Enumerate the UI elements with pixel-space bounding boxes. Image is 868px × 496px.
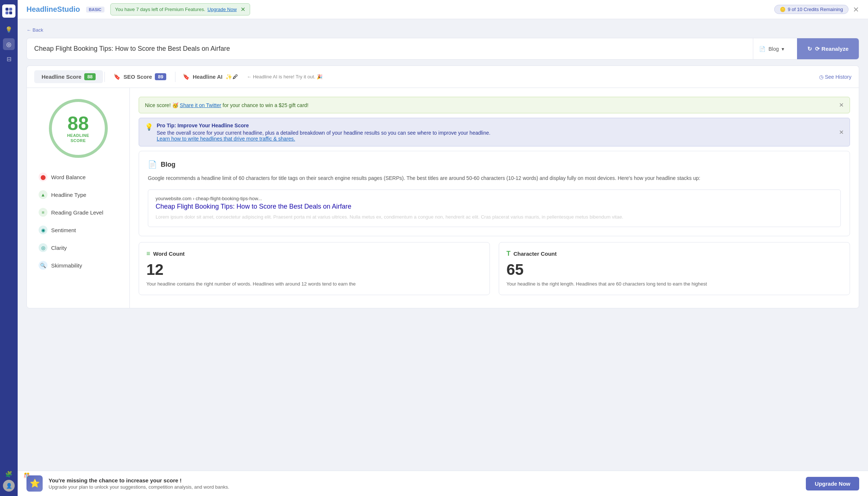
ai-wand-icon: ✨🖊 — [225, 74, 238, 80]
see-history-button[interactable]: ◷ See History — [819, 74, 851, 80]
pro-tip-content: 💡 Pro Tip: Improve Your Headline Score S… — [145, 123, 835, 142]
reanalyze-button[interactable]: ↻ ⟳ Reanalyze — [797, 38, 859, 59]
char-count-title: Character Count — [513, 251, 557, 257]
score-notif-close-button[interactable]: ✕ — [839, 102, 844, 109]
content-area: ← Back 📄 Blog ▾ ↻ ⟳ Reanalyze Headline S… — [18, 19, 868, 496]
score-label: HEADLINESCORE — [67, 133, 89, 144]
svg-rect-1 — [9, 8, 12, 11]
metric-clarity[interactable]: ◎ Clarity — [34, 240, 122, 256]
metric-reading-grade[interactable]: ≡ Reading Grade Level — [34, 204, 122, 220]
sidebar-icon-layers[interactable]: ⊟ — [3, 53, 15, 65]
blog-title-text: Blog — [161, 161, 175, 169]
score-content: Nice score! 🥳 Share it on Twitter for yo… — [130, 88, 859, 308]
tab-headline-score[interactable]: Headline Score 88 — [34, 70, 103, 83]
score-circle: 88 HEADLINESCORE — [49, 99, 108, 158]
plan-badge: BASIC — [86, 7, 104, 13]
tab-headline-ai[interactable]: 🔖 Headline AI ✨🖊 — [177, 71, 244, 83]
svg-rect-3 — [9, 11, 12, 14]
score-panel: 88 HEADLINESCORE ⬤ Word Balance ▲ Headli… — [26, 88, 859, 308]
upgrade-text: You're missing the chance to increase yo… — [49, 477, 800, 490]
metric-sentiment-label: Sentiment — [51, 227, 76, 233]
reading-grade-icon: ≡ — [39, 208, 47, 217]
serp-preview: yourwebsite.com › cheap-flight-booking-t… — [148, 189, 841, 227]
char-count-desc: Your headline is the right length. Headl… — [506, 280, 842, 288]
twitter-share-link[interactable]: Share it on Twitter — [180, 102, 221, 108]
see-history-label: See History — [825, 74, 851, 80]
promo-close-button[interactable]: ✕ — [241, 6, 245, 13]
upgrade-body: Upgrade your plan to unlock your suggest… — [49, 484, 229, 490]
tab-headline-score-label: Headline Score — [42, 74, 81, 80]
seo-score-badge: 89 — [155, 73, 166, 80]
score-tabs: Headline Score 88 🔖 SEO Score 89 🔖 Headl… — [26, 65, 859, 88]
pro-tip-text: Pro Tip: Improve Your Headline Score See… — [157, 123, 835, 142]
app-logo[interactable] — [2, 4, 15, 18]
blog-section-icon: 📄 — [148, 160, 157, 169]
type-chevron-icon: ▾ — [782, 46, 784, 52]
sidebar: 💡 ◎ ⊟ 🧩 👤 — [0, 0, 18, 496]
pro-tip-body: See the overall score for your current h… — [157, 130, 490, 136]
skimmability-icon: 🔍 — [39, 261, 47, 270]
word-count-number: 12 — [146, 262, 482, 277]
reanalyze-icon: ↻ — [807, 46, 812, 52]
blog-section-desc: Google recommends a headline limit of 60… — [148, 174, 841, 182]
word-count-title: Word Count — [153, 251, 185, 257]
score-notification-banner: Nice score! 🥳 Share it on Twitter for yo… — [139, 97, 850, 113]
pro-tip-banner: 💡 Pro Tip: Improve Your Headline Score S… — [139, 118, 850, 146]
metric-headline-type[interactable]: ▲ Headline Type — [34, 187, 122, 203]
score-sidebar: 88 HEADLINESCORE ⬤ Word Balance ▲ Headli… — [27, 88, 130, 308]
sidebar-icon-circle[interactable]: ◎ — [3, 38, 15, 50]
word-count-card: ≡ Word Count 12 Your headline contains t… — [139, 242, 490, 295]
char-count-number: 65 — [506, 262, 842, 277]
headline-row: 📄 Blog ▾ ↻ ⟳ Reanalyze — [26, 38, 859, 60]
clarity-icon: ◎ — [39, 243, 47, 252]
char-count-card: T Character Count 65 Your headline is th… — [499, 242, 850, 295]
headline-score-badge: 88 — [84, 73, 95, 80]
promo-text: You have 7 days left of Premium Features… — [115, 7, 205, 12]
upgrade-icon: 🎊 ⭐ — [26, 475, 43, 492]
tab-seo-score[interactable]: 🔖 SEO Score 89 — [106, 70, 174, 83]
upgrade-now-button[interactable]: Upgrade Now — [806, 477, 859, 490]
pro-tip-icon: 💡 — [145, 123, 153, 131]
blog-section: 📄 Blog Google recommends a headline limi… — [139, 151, 850, 236]
headline-input[interactable] — [27, 38, 753, 59]
serp-title-link[interactable]: Cheap Flight Booking Tips: How to Score … — [156, 203, 833, 210]
promo-upgrade-link[interactable]: Upgrade Now — [207, 7, 237, 12]
tab-seo-score-label: SEO Score — [124, 74, 152, 80]
reanalyze-label: ⟳ Reanalyze — [815, 46, 849, 52]
blog-type-label: Blog — [768, 46, 779, 52]
topbar-close-button[interactable]: ✕ — [853, 5, 859, 14]
word-count-header: ≡ Word Count — [146, 250, 482, 258]
sentiment-icon: ◉ — [39, 226, 47, 234]
sidebar-icon-bulb[interactable]: 💡 — [3, 24, 15, 35]
serp-url: yourwebsite.com › cheap-flight-booking-t… — [156, 196, 833, 201]
history-icon: ◷ — [819, 74, 823, 80]
metric-skimmability[interactable]: 🔍 Skimmability — [34, 257, 122, 273]
main-area: HeadlineStudio BASIC You have 7 days lef… — [18, 0, 868, 496]
topbar: HeadlineStudio BASIC You have 7 days lef… — [18, 0, 868, 19]
pro-tip-link[interactable]: Learn how to write headlines that drive … — [157, 136, 295, 142]
back-link[interactable]: ← Back — [26, 27, 43, 33]
type-selector[interactable]: 📄 Blog ▾ — [753, 38, 797, 59]
credits-badge: 🪙 9 of 10 Credits Remaining — [774, 5, 849, 14]
pro-tip-close-button[interactable]: ✕ — [839, 129, 844, 136]
topbar-right: 🪙 9 of 10 Credits Remaining ✕ — [774, 5, 859, 14]
avatar[interactable]: 👤 — [3, 480, 15, 492]
ai-promo-text: ← Headline AI is here! Try it out. 🎉 — [247, 74, 323, 79]
pro-tip-title: Pro Tip: Improve Your Headline Score — [157, 123, 835, 128]
svg-rect-2 — [6, 11, 8, 14]
tab-divider-2 — [175, 72, 175, 82]
char-count-icon: T — [506, 250, 511, 258]
char-count-header: T Character Count — [506, 250, 842, 258]
metric-clarity-label: Clarity — [51, 245, 67, 251]
metric-headline-type-label: Headline Type — [51, 192, 86, 198]
metric-word-balance[interactable]: ⬤ Word Balance — [34, 169, 122, 185]
blog-section-title: 📄 Blog — [148, 160, 841, 169]
score-notif-content: Nice score! 🥳 Share it on Twitter for yo… — [145, 102, 835, 108]
metric-sentiment[interactable]: ◉ Sentiment — [34, 222, 122, 238]
sidebar-icon-puzzle[interactable]: 🧩 — [3, 468, 15, 480]
svg-rect-0 — [6, 8, 8, 11]
upgrade-banner: 🎊 ⭐ You're missing the chance to increas… — [18, 471, 868, 496]
headline-type-icon: ▲ — [39, 190, 47, 199]
confetti-icon: 🎊 — [24, 472, 30, 478]
promo-banner: You have 7 days left of Premium Features… — [110, 3, 250, 15]
